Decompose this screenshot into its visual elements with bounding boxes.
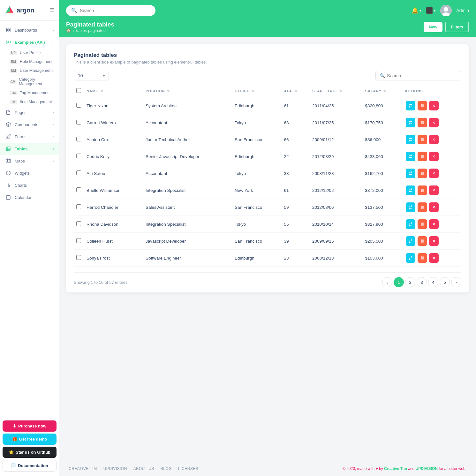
cell-start-date: 2011/04/25 [310, 97, 363, 114]
delete-button[interactable] [429, 135, 439, 144]
new-button[interactable]: New [424, 22, 442, 32]
home-icon[interactable]: 🏠 [66, 28, 71, 33]
page-2-button[interactable]: 2 [405, 277, 415, 287]
select-all-checkbox[interactable] [76, 88, 81, 93]
edit-button[interactable] [418, 169, 427, 178]
footer-brand2[interactable]: UPDIVISION [416, 466, 438, 471]
edit-button[interactable] [418, 152, 427, 161]
sidebar-item-calendar[interactable]: Calendar [0, 191, 59, 203]
next-page-button[interactable]: › [451, 277, 461, 287]
edit-button[interactable] [418, 253, 427, 263]
row-checkbox[interactable] [76, 238, 81, 243]
edit-button[interactable] [418, 118, 427, 127]
col-age[interactable]: AGE ⇅ [282, 85, 310, 97]
logo[interactable]: argon [4, 5, 34, 15]
sidebar-item-examples-api[interactable]: Examples (API) ⌄ [0, 36, 59, 48]
sidebar-item-tag-management[interactable]: TM Tag Management [0, 88, 59, 97]
col-start-date[interactable]: START DATE ⇅ [310, 85, 363, 97]
delete-button[interactable] [429, 169, 439, 178]
row-checkbox[interactable] [76, 120, 81, 125]
footer-brand1[interactable]: Creative Tim [384, 466, 407, 471]
footer-link-licenses[interactable]: LICENSES [178, 466, 198, 471]
info-button[interactable] [406, 236, 415, 246]
documentation-button[interactable]: 📄 Documentation [3, 460, 57, 472]
cell-start-date: 2012/12/02 [310, 182, 363, 199]
hamburger-icon[interactable]: ☰ [49, 7, 55, 14]
sidebar-item-item-management[interactable]: IM Item Management [0, 97, 59, 106]
info-button[interactable] [406, 101, 415, 110]
apps-button[interactable]: ⬛ ▾ [426, 7, 436, 14]
sidebar-item-widgets[interactable]: Widgets [0, 167, 59, 179]
col-actions: ACTIONS [402, 85, 461, 97]
sidebar-item-category-management[interactable]: CM Category Management [0, 75, 59, 88]
delete-button[interactable] [429, 118, 439, 127]
table-row: Cedric Kelly Senior Javascript Developer… [74, 148, 461, 165]
row-checkbox[interactable] [76, 255, 81, 260]
delete-button[interactable] [429, 185, 439, 195]
svg-point-7 [8, 42, 9, 43]
footer-link-updivision[interactable]: UPDIVISION [103, 466, 127, 471]
filters-button[interactable]: Filters [445, 22, 469, 32]
row-checkbox[interactable] [76, 204, 81, 209]
info-button[interactable] [406, 152, 415, 161]
info-button[interactable] [406, 185, 415, 195]
get-free-demo-button[interactable]: 🎁 Get free demo [3, 434, 57, 445]
row-checkbox[interactable] [76, 103, 81, 108]
row-checkbox[interactable] [76, 170, 81, 175]
footer-link-about-us[interactable]: ABOUT US [133, 466, 154, 471]
edit-button[interactable] [418, 185, 427, 195]
edit-button[interactable] [418, 219, 427, 229]
row-checkbox[interactable] [76, 187, 81, 192]
footer-link-creative-tim[interactable]: CREATIVE TIM [69, 466, 97, 471]
info-button[interactable] [406, 202, 415, 212]
sidebar-item-charts[interactable]: Charts [0, 179, 59, 191]
page-3-button[interactable]: 3 [417, 277, 427, 287]
footer-link-blog[interactable]: BLOG [161, 466, 172, 471]
entries-select[interactable]: 10 25 50 100 [74, 71, 109, 80]
info-button[interactable] [406, 253, 415, 263]
edit-button[interactable] [418, 135, 427, 144]
delete-button[interactable] [429, 202, 439, 212]
search-input[interactable] [80, 8, 150, 13]
info-button[interactable] [406, 118, 415, 127]
sidebar-item-tables[interactable]: Tables › [0, 143, 59, 155]
row-checkbox[interactable] [76, 221, 81, 226]
edit-button[interactable] [418, 101, 427, 110]
row-checkbox-cell [74, 148, 84, 165]
table-search-input[interactable] [387, 73, 457, 78]
col-office[interactable]: OFFICE ⇅ [232, 85, 281, 97]
cell-position: Integration Specialist [143, 182, 232, 199]
prev-page-button[interactable]: ‹ [382, 277, 392, 287]
sidebar-item-user-profile[interactable]: UP User Profile [0, 48, 59, 57]
sidebar-item-role-management[interactable]: RM Role Management [0, 57, 59, 66]
sidebar-item-forms[interactable]: Forms › [0, 131, 59, 143]
sidebar-item-user-management[interactable]: UM User Management [0, 66, 59, 75]
notification-button[interactable]: 🔔 ▾ [412, 7, 421, 14]
edit-button[interactable] [418, 202, 427, 212]
delete-button[interactable] [429, 219, 439, 229]
sidebar-item-dashboards[interactable]: Dashboards › [0, 24, 59, 36]
delete-button[interactable] [429, 101, 439, 110]
edit-button[interactable] [418, 236, 427, 246]
col-name[interactable]: NAME ⇅ [84, 85, 143, 97]
sidebar-item-components[interactable]: Components › [0, 118, 59, 131]
avatar[interactable] [440, 5, 452, 16]
delete-button[interactable] [429, 253, 439, 263]
star-github-button[interactable]: ⭐ Star us on Github [3, 447, 57, 458]
search-bar[interactable]: 🔍 [66, 5, 155, 16]
info-button[interactable] [406, 169, 415, 178]
info-button[interactable] [406, 135, 415, 144]
purchase-now-button[interactable]: ⬇ Purchase now [3, 420, 57, 432]
sidebar-item-pages[interactable]: Pages › [0, 106, 59, 118]
delete-button[interactable] [429, 152, 439, 161]
col-position[interactable]: POSITION ⇅ [143, 85, 232, 97]
row-checkbox[interactable] [76, 137, 81, 141]
info-button[interactable] [406, 219, 415, 229]
col-salary[interactable]: SALARY ⇅ [363, 85, 402, 97]
row-checkbox[interactable] [76, 154, 81, 158]
page-5-button[interactable]: 5 [440, 277, 450, 287]
page-4-button[interactable]: 4 [428, 277, 438, 287]
sidebar-item-maps[interactable]: Maps › [0, 155, 59, 167]
delete-button[interactable] [429, 236, 439, 246]
page-1-button[interactable]: 1 [394, 277, 404, 287]
